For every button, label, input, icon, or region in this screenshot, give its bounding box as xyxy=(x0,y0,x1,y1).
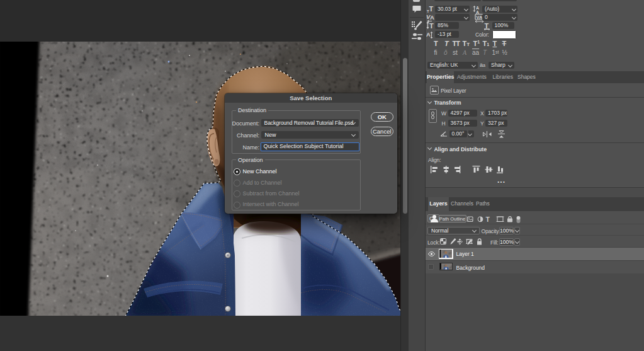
svg-text:A: A xyxy=(430,14,434,21)
svg-text:A: A xyxy=(426,31,431,38)
svg-text:A: A xyxy=(476,10,479,14)
svg-text:T: T xyxy=(485,22,489,30)
svg-text:T: T xyxy=(485,216,490,223)
svg-text:T: T xyxy=(427,9,429,13)
svg-text:T: T xyxy=(429,5,434,13)
svg-text:T: T xyxy=(429,22,434,30)
